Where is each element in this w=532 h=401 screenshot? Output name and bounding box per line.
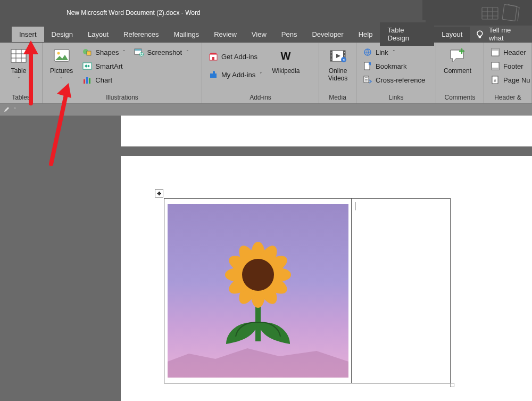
get-addins-button[interactable]: Get Add-ins xyxy=(207,51,263,62)
pictures-button[interactable]: Pictures xyxy=(48,46,75,83)
pictures-label: Pictures xyxy=(50,67,73,75)
svg-rect-9 xyxy=(84,79,85,84)
smartart-icon xyxy=(82,61,92,71)
svg-point-5 xyxy=(57,52,60,55)
document-title: New Microsoft Word Document (2).docx - W… xyxy=(66,9,201,17)
link-icon xyxy=(363,47,372,57)
group-links-label: Links xyxy=(356,93,436,103)
my-addins-button[interactable]: My Add-ins˅ xyxy=(207,69,263,80)
inserted-picture[interactable] xyxy=(168,204,348,378)
tab-review[interactable]: Review xyxy=(206,27,244,42)
wikipedia-icon: W xyxy=(277,47,295,65)
group-addins: Get Add-ins My Add-ins˅ W Wikipedia Add-… xyxy=(202,43,319,103)
comment-label: Comment xyxy=(444,67,471,75)
table-cell-right[interactable] xyxy=(352,199,450,383)
screenshot-icon xyxy=(134,47,144,57)
page[interactable]: ✥ xyxy=(121,116,532,401)
shapes-button[interactable]: Shapes˅ xyxy=(81,47,127,58)
tab-pens[interactable]: Pens xyxy=(274,27,305,42)
smartart-button[interactable]: SmartArt xyxy=(81,61,127,71)
tab-mailings[interactable]: Mailings xyxy=(167,27,207,42)
lightbulb-icon xyxy=(475,29,485,39)
tab-references[interactable]: References xyxy=(116,27,166,42)
tab-insert[interactable]: Insert xyxy=(12,27,44,42)
group-media: Online Videos Media xyxy=(319,43,356,103)
wikipedia-button[interactable]: W Wikipedia xyxy=(270,46,302,76)
pagenum-label: Page Nu xyxy=(503,76,530,84)
document-area: ✥ xyxy=(121,116,532,401)
svg-rect-0 xyxy=(482,7,498,19)
svg-point-23 xyxy=(331,59,332,60)
table-move-handle[interactable]: ✥ xyxy=(155,189,163,198)
bookmark-label: Bookmark xyxy=(376,62,407,70)
table-cell-left[interactable] xyxy=(164,199,352,383)
svg-rect-13 xyxy=(135,49,142,51)
sunflower-icon xyxy=(205,227,311,355)
svg-point-2 xyxy=(477,31,483,36)
header-icon xyxy=(491,47,500,57)
ribbon-tabs: Insert Design Layout References Mailings… xyxy=(0,26,532,43)
pagenum-icon: # xyxy=(491,75,500,85)
pencil-icon[interactable] xyxy=(3,107,10,113)
svg-rect-7 xyxy=(87,51,91,55)
chevron-down-icon[interactable]: ˅ xyxy=(14,107,16,112)
header-label: Header xyxy=(503,48,526,56)
svg-rect-33 xyxy=(492,48,499,51)
table-resize-handle[interactable] xyxy=(450,383,454,387)
comment-icon xyxy=(448,47,467,65)
online-videos-label: Online Videos xyxy=(328,67,347,83)
crossref-label: Cross-reference xyxy=(376,76,425,84)
svg-point-22 xyxy=(331,55,332,56)
svg-rect-10 xyxy=(86,77,88,84)
pagenum-button[interactable]: # Page Nu xyxy=(489,75,531,85)
svg-point-25 xyxy=(344,55,345,56)
group-headerfooter: Header Footer # Page Nu Header & xyxy=(484,43,532,103)
svg-rect-1 xyxy=(502,4,517,21)
group-comments: Comment Comments xyxy=(436,43,484,103)
tab-design[interactable]: Design xyxy=(44,27,80,42)
group-comments-label: Comments xyxy=(436,93,484,103)
footer-label: Footer xyxy=(503,62,523,70)
crossref-button[interactable]: Cross-reference xyxy=(362,75,426,85)
footer-icon xyxy=(491,61,500,71)
tell-me-search[interactable]: Tell me what xyxy=(470,26,532,42)
tab-developer[interactable]: Developer xyxy=(304,27,351,42)
bookmark-button[interactable]: Bookmark xyxy=(362,61,426,71)
chevron-down-icon xyxy=(18,77,20,82)
table[interactable]: ✥ xyxy=(164,198,451,383)
chart-label: Chart xyxy=(95,76,112,84)
tabletools-background xyxy=(426,0,532,26)
header-button[interactable]: Header xyxy=(489,47,531,58)
tab-view[interactable]: View xyxy=(244,27,274,42)
svg-point-24 xyxy=(344,52,345,53)
my-addins-label: My Add-ins xyxy=(221,71,255,79)
tab-layout[interactable]: Layout xyxy=(80,27,116,42)
group-headerfooter-label: Header & xyxy=(484,93,531,103)
chart-icon xyxy=(82,75,92,85)
online-videos-button[interactable]: Online Videos xyxy=(325,46,351,84)
chart-button[interactable]: Chart xyxy=(81,75,127,85)
tell-me-label: Tell me what xyxy=(489,26,527,42)
link-label: Link xyxy=(376,48,388,56)
screenshot-label: Screenshot xyxy=(147,48,182,56)
tab-help[interactable]: Help xyxy=(351,27,380,42)
text-cursor xyxy=(355,202,355,210)
screenshot-button[interactable]: Screenshot˅ xyxy=(133,47,190,58)
group-addins-label: Add-ins xyxy=(202,93,319,103)
svg-point-21 xyxy=(331,52,332,53)
picture-icon xyxy=(53,47,71,65)
page-gap xyxy=(121,146,532,156)
group-links: Link˅ Bookmark Cross-reference Links xyxy=(356,43,436,103)
svg-rect-16 xyxy=(212,57,214,60)
comment-button[interactable]: Comment xyxy=(442,46,473,76)
svg-text:W: W xyxy=(281,51,291,61)
link-button[interactable]: Link˅ xyxy=(362,47,426,58)
crossref-icon xyxy=(363,75,372,85)
wikipedia-label: Wikipedia xyxy=(272,67,300,75)
video-icon xyxy=(329,47,347,65)
tab-layout2[interactable]: Layout xyxy=(434,27,470,42)
annotation-arrow-pictures xyxy=(39,80,82,165)
smartart-label: SmartArt xyxy=(95,62,122,70)
shapes-label: Shapes xyxy=(95,48,119,56)
footer-button[interactable]: Footer xyxy=(489,61,531,71)
